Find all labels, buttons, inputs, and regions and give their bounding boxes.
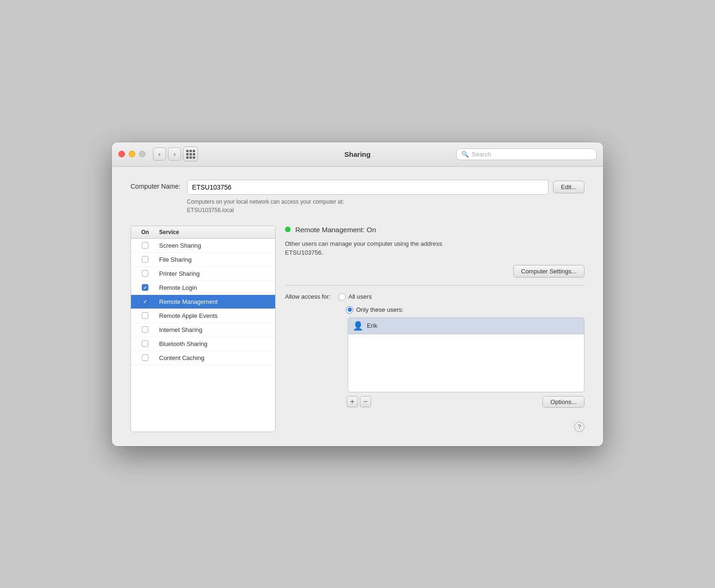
users-list-empty (348, 334, 584, 390)
computer-name-input-row: Edit... (187, 180, 584, 195)
user-name-erik: Erik (367, 322, 377, 329)
close-button[interactable] (118, 151, 125, 157)
help-button[interactable]: ? (574, 422, 584, 432)
service-label-bluetooth-sharing: Bluetooth Sharing (159, 340, 275, 347)
service-row-internet-sharing[interactable]: Internet Sharing (131, 323, 275, 337)
services-header-service: Service (159, 229, 275, 235)
zoom-button[interactable] (139, 151, 146, 157)
checkbox-icon-remote-apple-events (142, 312, 148, 319)
content-area: Computer Name: Edit... Computers on your… (112, 167, 603, 446)
options-button[interactable]: Options... (542, 396, 584, 408)
checkbox-icon-internet-sharing (142, 326, 148, 333)
list-actions: + − Options... (347, 396, 584, 408)
computer-name-section: Computer Name: Edit... Computers on your… (131, 180, 584, 214)
back-button[interactable]: ‹ (153, 147, 166, 161)
service-row-screen-sharing[interactable]: Screen Sharing (131, 239, 275, 253)
computer-name-subtitle: Computers on your local network can acce… (187, 198, 584, 214)
traffic-lights (118, 151, 146, 157)
window: ‹ › Sharing 🔍 Computer Name: Edit... (112, 142, 603, 446)
search-box: 🔍 (456, 148, 597, 160)
service-row-remote-management[interactable]: Remote Management (131, 295, 275, 309)
checkbox-content-caching[interactable] (131, 354, 159, 361)
service-row-printer-sharing[interactable]: Printer Sharing (131, 267, 275, 281)
add-user-button[interactable]: + (347, 396, 358, 407)
computer-name-local: ETSU103756.local (187, 207, 234, 213)
forward-button[interactable]: › (168, 147, 181, 161)
services-header-on: On (131, 229, 159, 235)
all-users-label: All users (349, 293, 372, 300)
checkbox-icon-file-sharing (142, 256, 148, 263)
service-label-file-sharing: File Sharing (159, 256, 275, 263)
checkbox-icon-printer-sharing (142, 270, 148, 277)
status-text: Remote Management: On (295, 226, 376, 234)
checkbox-icon-remote-login (142, 284, 148, 291)
checkbox-icon-bluetooth-sharing (142, 340, 148, 347)
titlebar: ‹ › Sharing 🔍 (112, 142, 603, 167)
status-description: Other users can manage your computer usi… (285, 239, 584, 257)
grid-icon (186, 150, 195, 159)
checkbox-icon-content-caching (142, 354, 148, 361)
user-row-erik[interactable]: 👤 Erik (348, 318, 584, 334)
search-input[interactable] (472, 151, 591, 158)
service-label-content-caching: Content Caching (159, 354, 275, 361)
status-dot (285, 227, 291, 232)
service-row-content-caching[interactable]: Content Caching (131, 351, 275, 365)
checkbox-remote-apple-events[interactable] (131, 312, 159, 319)
service-row-remote-login[interactable]: Remote Login (131, 281, 275, 295)
help-section: ? (285, 422, 584, 432)
checkbox-file-sharing[interactable] (131, 256, 159, 263)
checkbox-printer-sharing[interactable] (131, 270, 159, 277)
only-these-users-label: Only these users: (356, 306, 403, 313)
checkbox-internet-sharing[interactable] (131, 326, 159, 333)
main-area: On Service Screen Sharing File Sharing P… (131, 226, 584, 432)
computer-settings-row: Computer Settings... (285, 265, 584, 278)
user-avatar-icon: 👤 (353, 321, 363, 331)
checkbox-bluetooth-sharing[interactable] (131, 340, 159, 347)
services-panel: On Service Screen Sharing File Sharing P… (131, 226, 276, 432)
access-section: Allow access for: All users Only these u… (285, 293, 584, 408)
checkbox-icon-remote-management (142, 298, 148, 305)
services-header: On Service (131, 226, 275, 239)
grid-view-button[interactable] (183, 147, 198, 162)
computer-settings-button[interactable]: Computer Settings... (513, 265, 585, 278)
detail-panel: Remote Management: On Other users can ma… (285, 226, 584, 432)
service-row-file-sharing[interactable]: File Sharing (131, 253, 275, 267)
users-list: 👤 Erik (348, 317, 584, 392)
checkbox-remote-login[interactable] (131, 284, 159, 291)
service-label-remote-login: Remote Login (159, 284, 275, 291)
window-title: Sharing (344, 150, 371, 158)
divider (285, 285, 584, 286)
computer-name-label: Computer Name: (131, 180, 181, 190)
allow-access-row: Allow access for: All users (285, 293, 584, 301)
only-these-users-radio[interactable] (346, 306, 353, 314)
service-row-remote-apple-events[interactable]: Remote Apple Events (131, 309, 275, 323)
allow-access-label: Allow access for: (285, 293, 331, 300)
status-row: Remote Management: On (285, 226, 584, 234)
service-label-remote-management: Remote Management (159, 298, 275, 305)
service-label-remote-apple-events: Remote Apple Events (159, 312, 275, 319)
computer-name-input[interactable] (187, 180, 548, 195)
search-icon: 🔍 (461, 151, 469, 158)
service-label-printer-sharing: Printer Sharing (159, 270, 275, 277)
edit-button[interactable]: Edit... (553, 181, 584, 193)
checkbox-screen-sharing[interactable] (131, 242, 159, 249)
all-users-radio-option[interactable]: All users (338, 293, 372, 301)
service-label-internet-sharing: Internet Sharing (159, 326, 275, 333)
remove-user-button[interactable]: − (360, 396, 371, 407)
all-users-radio[interactable] (338, 293, 346, 301)
titlebar-nav: ‹ › (153, 147, 181, 161)
service-label-screen-sharing: Screen Sharing (159, 242, 275, 249)
only-these-users-radio-option[interactable]: Only these users: (346, 306, 403, 314)
service-row-bluetooth-sharing[interactable]: Bluetooth Sharing (131, 337, 275, 351)
checkbox-icon-screen-sharing (142, 242, 148, 249)
minimize-button[interactable] (129, 151, 135, 157)
checkbox-remote-management[interactable] (131, 298, 159, 305)
computer-name-right: Edit... Computers on your local network … (187, 180, 584, 214)
